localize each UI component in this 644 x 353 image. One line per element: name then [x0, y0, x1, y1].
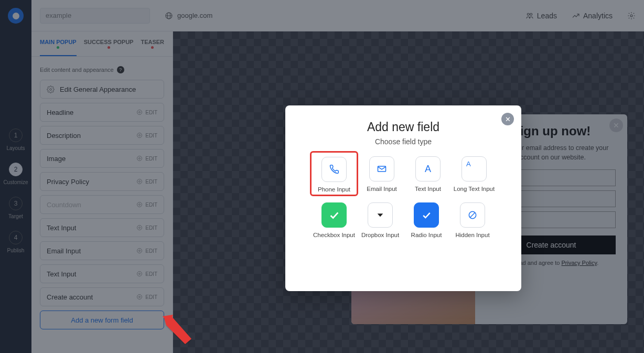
modal-title: Add new field: [296, 120, 511, 134]
hidden-icon: [460, 202, 485, 228]
dropdown-icon: [368, 202, 393, 228]
email-icon: [369, 156, 394, 181]
svg-marker-26: [378, 213, 383, 217]
field-option-phone[interactable]: Phone Input: [316, 157, 352, 192]
add-field-modal: ✕ Add new field Choose field type Phone …: [285, 105, 521, 291]
checkbox-icon: [321, 202, 347, 228]
field-option-dropbox[interactable]: Dropbox Input: [362, 202, 399, 238]
field-label: Email Input: [367, 186, 397, 192]
annotation-arrow-icon: [160, 314, 197, 345]
field-label: Long Text Input: [454, 186, 495, 192]
modal-close-icon[interactable]: ✕: [501, 113, 514, 125]
longtext-icon: A: [461, 156, 487, 181]
svg-line-28: [470, 212, 475, 218]
field-label: Checkbox Input: [313, 232, 355, 238]
field-label: Text Input: [415, 186, 441, 192]
field-option-radio[interactable]: Radio Input: [408, 202, 445, 238]
text-icon: A: [415, 156, 441, 181]
modal-subtitle: Choose field type: [296, 137, 511, 146]
field-option-email[interactable]: Email Input: [363, 156, 400, 194]
radio-icon: [414, 202, 439, 228]
field-option-hidden[interactable]: Hidden Input: [454, 202, 491, 238]
field-label: Dropbox Input: [361, 232, 399, 238]
phone-icon: [321, 157, 347, 182]
field-option-text[interactable]: A Text Input: [410, 156, 446, 194]
field-label: Radio Input: [411, 232, 442, 238]
highlighted-phone-option: Phone Input: [310, 151, 358, 196]
field-option-longtext[interactable]: A Long Text Input: [456, 156, 492, 194]
field-option-checkbox[interactable]: Checkbox Input: [316, 202, 352, 238]
field-type-grid: Phone Input Email Input A Text Input A L…: [296, 156, 511, 238]
field-label: Phone Input: [318, 186, 350, 192]
field-label: Hidden Input: [455, 232, 489, 238]
